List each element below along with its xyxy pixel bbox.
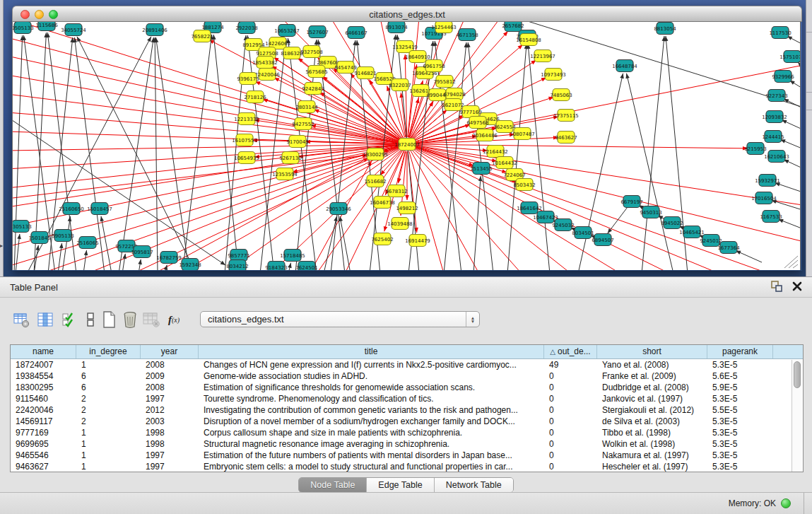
graph-node-label: 18300295: [363, 152, 388, 158]
show-columns-icon[interactable]: [35, 310, 55, 329]
graph-node-label: 9184323: [265, 265, 287, 271]
graph-node-label: 29053346: [326, 206, 351, 212]
close-panel-icon[interactable]: [792, 281, 802, 291]
table-row[interactable]: 1938455462009Genome-wide association stu…: [11, 370, 803, 382]
graph-node-label: 9127508: [256, 51, 278, 57]
graph-node-label: 8813054: [654, 26, 676, 32]
table-cell: Wolkin et al. (1998): [597, 438, 707, 450]
table-cell: 6: [76, 370, 141, 382]
graph-node-label: 8427552: [292, 122, 314, 127]
column-header-in_degree[interactable]: in_degree: [76, 345, 141, 358]
graph-node-label: 2803144: [295, 105, 318, 110]
network-canvas[interactable]: 9505133111568634055724208914061881274292…: [12, 22, 801, 270]
graph-node-label: 10467423: [533, 215, 558, 221]
table-header-row: namein_degreeyeartitle△out_de...shortpag…: [11, 345, 803, 359]
graph-node-label: 6894507: [592, 238, 613, 243]
graph-node-label: 6497568: [466, 120, 488, 126]
column-header-year[interactable]: year: [141, 345, 199, 358]
table-cell: 2: [76, 416, 141, 427]
table-row[interactable]: 911546021997Tourette syndrome. Phenomeno…: [11, 393, 803, 404]
graph-node-label: 18724007: [394, 142, 420, 148]
column-header-out_de[interactable]: △out_de...: [544, 345, 597, 358]
table-cell: 0: [544, 382, 597, 393]
table-row[interactable]: 1456911722003Disruption of a novel membe…: [11, 416, 803, 427]
table-cell: 5.3E-5: [707, 359, 773, 370]
graph-node-label: 7625402: [371, 237, 393, 243]
delete-icon[interactable]: [120, 310, 140, 329]
table-vscroll-thumb[interactable]: [794, 361, 801, 388]
delete-table-icon: [141, 310, 161, 329]
table-cell: 0: [544, 416, 597, 427]
table-cell: 5.5E-5: [707, 404, 773, 416]
function-icon[interactable]: f(x): [164, 310, 184, 329]
select-rows-icon[interactable]: [59, 310, 79, 329]
table-cell: Estimation of the future numbers of pati…: [199, 450, 544, 461]
network-desktop: ▸ citations_edges.txt 950513311156863405…: [0, 0, 812, 276]
table-cell: 9463627: [11, 461, 76, 472]
column-header-title[interactable]: title: [199, 345, 544, 358]
table-cell: 9465546: [11, 450, 76, 461]
left-panel-edge[interactable]: ▸: [0, 0, 4, 276]
column-header-name[interactable]: name: [11, 345, 76, 358]
table-cell: 1: [76, 427, 141, 438]
graph-node-label: 1881274: [201, 25, 224, 30]
table-cell: 5.3E-5: [707, 461, 773, 472]
table-cell: Investigating the contribution of common…: [199, 404, 544, 416]
table-vscrollbar[interactable]: [792, 360, 802, 472]
table-row[interactable]: 946554611997Estimation of the future num…: [11, 450, 803, 461]
table-row[interactable]: 969969511998Structural magnetic resonanc…: [11, 438, 803, 450]
row-height-icon[interactable]: [81, 310, 100, 329]
graph-node-label: 1513455: [470, 166, 492, 172]
graph-node-label: 1167533: [760, 214, 782, 220]
table-cell: 2009: [141, 370, 199, 382]
table-row[interactable]: 1872400712008Changes of HCN gene express…: [11, 359, 803, 370]
combo-stepper-icon[interactable]: ▲▼: [466, 312, 479, 327]
table-cell: Jankovic et al. (1997): [597, 393, 707, 404]
table-row[interactable]: 2242004622012Investigating the contribut…: [11, 404, 803, 416]
table-cell: 5.3E-5: [707, 416, 773, 427]
table-cell: 1: [76, 359, 141, 370]
tab-edge-table[interactable]: Edge Table: [367, 478, 434, 492]
resize-grip-icon[interactable]: [780, 255, 799, 269]
status-separator: [804, 493, 804, 514]
table-cell: 5.9E-5: [707, 382, 773, 393]
graph-node-label: 16107553: [232, 138, 257, 144]
tab-network-table[interactable]: Network Table: [435, 478, 513, 492]
table-cell: 2008: [141, 382, 199, 393]
table-source-select[interactable]: citations_edges.txt ▲▼: [200, 311, 480, 327]
table-cell: 5.3E-5: [707, 450, 773, 461]
graph-node-label: 6961758: [423, 64, 445, 69]
graph-node-label: 34055724: [61, 28, 86, 33]
table-row[interactable]: 1830029562008Estimation of significance …: [11, 382, 803, 393]
float-panel-icon[interactable]: [771, 281, 782, 292]
table-row[interactable]: 977716911998Corpus callosum shape and si…: [11, 427, 803, 438]
column-header-pagerank[interactable]: pagerank: [707, 345, 773, 358]
table-cell: 5.3E-5: [707, 427, 773, 438]
table-cell: 1: [76, 438, 141, 450]
table-settings-icon[interactable]: [11, 310, 31, 329]
graph-node-label: 14226063: [265, 41, 290, 47]
graph-node-label: 6794028: [443, 92, 465, 98]
column-header-short[interactable]: short: [597, 345, 707, 358]
table-cell: Embryonic stem cells: a model to study s…: [199, 461, 544, 472]
graph-node-label: 5905133: [52, 233, 73, 239]
window-titlebar[interactable]: citations_edges.txt: [12, 6, 802, 22]
network-view-window[interactable]: citations_edges.txt 95051331115686340557…: [12, 6, 802, 271]
graph-node-label: 2922038: [235, 25, 257, 31]
table-cell: 5.3E-5: [707, 393, 773, 404]
table-cell: Genome-wide association studies in ADHD.: [199, 370, 544, 382]
new-file-icon[interactable]: [99, 310, 119, 329]
graph-node-label: 16782759: [156, 255, 182, 261]
graph-node-label: 11254463: [431, 25, 457, 30]
panel-collapse-arrow-icon[interactable]: ▸: [0, 243, 3, 249]
right-panel-edge[interactable]: [806, 0, 812, 276]
table-cell: 2003: [141, 416, 199, 427]
table-cell: 18724007: [11, 359, 76, 370]
tab-node-table[interactable]: Node Table: [299, 478, 367, 492]
table-row[interactable]: 946362711997Embryonic stem cells: a mode…: [11, 461, 803, 472]
table-type-tabs: Node Table Edge Table Network Table: [298, 477, 513, 493]
graph-node-label: 7955812: [433, 79, 455, 85]
memory-ok-icon: [781, 498, 791, 508]
table-cell: 18300295: [11, 382, 76, 393]
table-cell: 1: [76, 450, 141, 461]
